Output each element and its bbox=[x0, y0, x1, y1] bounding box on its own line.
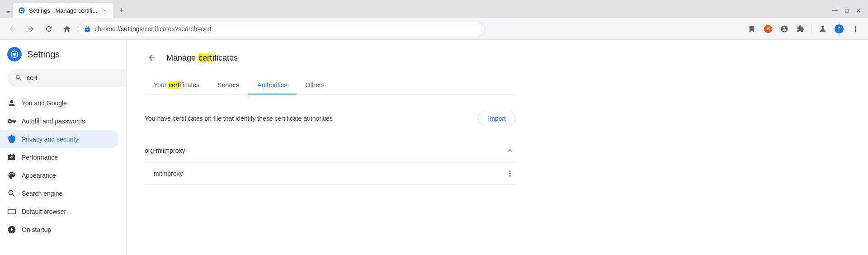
brave-shield-btn[interactable]: B bbox=[761, 22, 775, 36]
page-content: Settings × You and Google bbox=[0, 40, 868, 255]
tab-servers[interactable]: Servers bbox=[208, 76, 248, 94]
sidebar-item-label: Performance bbox=[22, 154, 58, 161]
profile-avatar: P bbox=[835, 24, 844, 33]
cert-group-header[interactable]: org-mitmproxy bbox=[145, 139, 515, 162]
settings-sidebar: Settings × You and Google bbox=[0, 40, 127, 255]
url-host: settings bbox=[121, 25, 142, 33]
toolbar: chrome://settings/certificates?search=ce… bbox=[0, 18, 868, 40]
sidebar-item-performance[interactable]: Performance bbox=[0, 148, 119, 166]
sidebar-item-label: Privacy and security bbox=[22, 136, 78, 143]
settings-search-box[interactable]: × bbox=[7, 69, 127, 87]
key-icon bbox=[7, 117, 16, 126]
cert-item-menu-btn[interactable] bbox=[505, 168, 515, 179]
sidebar-item-label: Appearance bbox=[22, 172, 56, 179]
new-tab-btn[interactable]: + bbox=[115, 4, 128, 17]
sidebar-item-label: You and Google bbox=[22, 99, 67, 107]
cert-tabs: Your certificates Servers Authorities Ot… bbox=[145, 76, 515, 94]
startup-icon bbox=[7, 225, 16, 234]
cert-group-org-mitmproxy: org-mitmproxy mitmproxy bbox=[145, 139, 515, 185]
settings-header: Settings bbox=[0, 47, 126, 69]
active-tab[interactable]: Settings - Manage certifi... × bbox=[13, 3, 113, 18]
person-icon bbox=[7, 99, 16, 108]
sidebar-item-you-and-google[interactable]: You and Google bbox=[0, 94, 119, 112]
url-scheme: chrome:// bbox=[94, 25, 121, 33]
paw-btn[interactable] bbox=[777, 22, 792, 36]
search-input[interactable] bbox=[27, 74, 127, 81]
cert-description-row: You have certificates on file that ident… bbox=[145, 105, 515, 132]
extensions-btn[interactable] bbox=[793, 22, 808, 36]
svg-point-4 bbox=[13, 53, 16, 56]
profile-btn[interactable]: P bbox=[832, 22, 846, 36]
more-menu-btn[interactable] bbox=[848, 22, 863, 36]
settings-logo bbox=[7, 47, 22, 61]
sidebar-item-label: Default browser bbox=[22, 208, 66, 215]
tab-authorities[interactable]: Authorities bbox=[248, 76, 296, 94]
tab-favicon bbox=[18, 7, 25, 14]
cert-item-name: mitmproxy bbox=[154, 170, 183, 177]
bookmark-btn[interactable] bbox=[745, 22, 759, 36]
tab-close-btn[interactable]: × bbox=[101, 7, 108, 14]
performance-icon bbox=[7, 153, 16, 162]
brave-icon: B bbox=[764, 25, 772, 33]
sidebar-item-default-browser[interactable]: Default browser bbox=[0, 203, 119, 221]
url-path: /certificates?search=cert bbox=[143, 25, 212, 33]
appearance-icon bbox=[7, 171, 16, 180]
svg-rect-5 bbox=[8, 209, 16, 214]
cert-panel-title: Manage certificates bbox=[166, 53, 238, 63]
tab-others[interactable]: Others bbox=[297, 76, 334, 94]
tab-your-certificates[interactable]: Your certificates bbox=[145, 76, 208, 94]
cert-group-name: org-mitmproxy bbox=[145, 147, 185, 154]
import-btn[interactable]: Import bbox=[478, 111, 515, 126]
omnibox[interactable]: chrome://settings/certificates?search=ce… bbox=[78, 22, 485, 36]
maximize-btn[interactable]: ◻ bbox=[841, 6, 853, 14]
cert-group-toggle-btn[interactable] bbox=[505, 145, 515, 156]
sidebar-item-autofill[interactable]: Autofill and passwords bbox=[0, 112, 119, 130]
default-browser-icon bbox=[7, 207, 16, 216]
home-btn[interactable] bbox=[60, 22, 74, 36]
omnibox-url: chrome://settings/certificates?search=ce… bbox=[94, 25, 212, 33]
close-window-btn[interactable]: ✕ bbox=[853, 6, 864, 14]
tab-title: Settings - Manage certifi... bbox=[29, 7, 97, 14]
cert-panel-header: Manage certificates bbox=[145, 51, 515, 65]
cert-back-btn[interactable] bbox=[145, 51, 159, 65]
sidebar-item-appearance[interactable]: Appearance bbox=[0, 166, 119, 184]
sidebar-item-privacy[interactable]: Privacy and security bbox=[0, 130, 119, 148]
labs-btn[interactable] bbox=[816, 22, 830, 36]
toolbar-icons: B P bbox=[745, 22, 863, 36]
settings-title: Settings bbox=[27, 49, 60, 60]
cert-panel: Manage certificates Your certificates Se… bbox=[127, 40, 533, 196]
forward-btn[interactable] bbox=[24, 22, 38, 36]
minimize-btn[interactable]: — bbox=[829, 6, 841, 14]
search-icon bbox=[15, 74, 22, 81]
reload-btn[interactable] bbox=[42, 22, 56, 36]
back-btn[interactable] bbox=[5, 22, 20, 36]
cert-description-text: You have certificates on file that ident… bbox=[145, 115, 333, 122]
search-engine-icon bbox=[7, 189, 16, 198]
sidebar-item-on-startup[interactable]: On startup bbox=[0, 221, 119, 239]
cert-item-mitmproxy: mitmproxy bbox=[145, 162, 515, 184]
toolbar-divider bbox=[811, 24, 812, 33]
sidebar-item-search-engine[interactable]: Search engine bbox=[0, 184, 119, 203]
cert-title-highlight: cert bbox=[198, 53, 212, 62]
sidebar-item-label: Search engine bbox=[22, 190, 62, 197]
sidebar-item-label: Autofill and passwords bbox=[22, 118, 85, 125]
svg-point-2 bbox=[21, 9, 23, 11]
tab-overflow-btn[interactable] bbox=[4, 8, 13, 17]
sidebar-item-label: On startup bbox=[22, 226, 51, 233]
omnibox-lock-icon bbox=[84, 25, 91, 33]
shield-icon bbox=[7, 135, 16, 144]
main-content: Manage certificates Your certificates Se… bbox=[127, 40, 868, 255]
